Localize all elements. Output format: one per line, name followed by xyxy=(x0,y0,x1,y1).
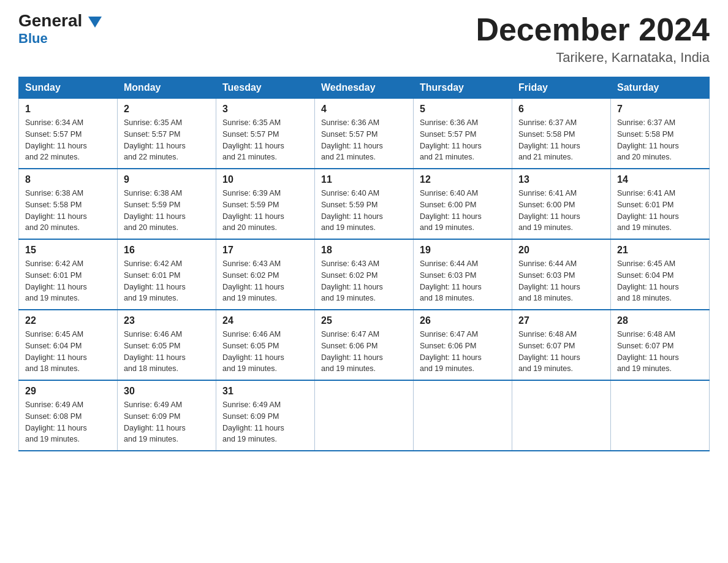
calendar-week-5: 29 Sunrise: 6:49 AMSunset: 6:08 PMDaylig… xyxy=(19,380,710,451)
day-number: 30 xyxy=(124,386,210,397)
day-number: 5 xyxy=(420,104,506,115)
day-number: 25 xyxy=(321,315,407,326)
logo-general: General xyxy=(18,12,102,29)
day-info: Sunrise: 6:41 AMSunset: 6:01 PMDaylight:… xyxy=(617,189,679,232)
calendar-header-row: Sunday Monday Tuesday Wednesday Thursday… xyxy=(19,77,710,99)
header-friday: Friday xyxy=(512,77,611,99)
logo: General Blue xyxy=(18,12,102,47)
day-info: Sunrise: 6:43 AMSunset: 6:02 PMDaylight:… xyxy=(321,259,383,302)
calendar-cell: 3 Sunrise: 6:35 AMSunset: 5:57 PMDayligh… xyxy=(216,99,315,169)
day-info: Sunrise: 6:38 AMSunset: 5:58 PMDaylight:… xyxy=(25,189,87,232)
day-number: 26 xyxy=(420,315,506,326)
day-info: Sunrise: 6:40 AMSunset: 6:00 PMDaylight:… xyxy=(420,189,482,232)
day-number: 7 xyxy=(617,104,703,115)
svg-marker-0 xyxy=(88,17,102,28)
day-number: 9 xyxy=(124,174,210,185)
calendar-cell: 11 Sunrise: 6:40 AMSunset: 5:59 PMDaylig… xyxy=(315,169,414,239)
calendar-cell: 9 Sunrise: 6:38 AMSunset: 5:59 PMDayligh… xyxy=(118,169,216,239)
day-number: 18 xyxy=(321,245,407,256)
title-block: December 2024 Tarikere, Karnataka, India xyxy=(476,12,710,66)
calendar-cell: 10 Sunrise: 6:39 AMSunset: 5:59 PMDaylig… xyxy=(216,169,315,239)
calendar-cell: 22 Sunrise: 6:45 AMSunset: 6:04 PMDaylig… xyxy=(19,310,118,380)
calendar-cell: 2 Sunrise: 6:35 AMSunset: 5:57 PMDayligh… xyxy=(118,99,216,169)
calendar-cell: 15 Sunrise: 6:42 AMSunset: 6:01 PMDaylig… xyxy=(19,239,118,310)
calendar-cell: 26 Sunrise: 6:47 AMSunset: 6:06 PMDaylig… xyxy=(414,310,512,380)
calendar-cell: 18 Sunrise: 6:43 AMSunset: 6:02 PMDaylig… xyxy=(315,239,414,310)
calendar-cell: 13 Sunrise: 6:41 AMSunset: 6:00 PMDaylig… xyxy=(512,169,611,239)
calendar-week-2: 8 Sunrise: 6:38 AMSunset: 5:58 PMDayligh… xyxy=(19,169,710,239)
day-info: Sunrise: 6:48 AMSunset: 6:07 PMDaylight:… xyxy=(518,330,580,373)
calendar-cell: 24 Sunrise: 6:46 AMSunset: 6:05 PMDaylig… xyxy=(216,310,315,380)
calendar-cell xyxy=(414,380,512,451)
calendar-cell: 12 Sunrise: 6:40 AMSunset: 6:00 PMDaylig… xyxy=(414,169,512,239)
header-saturday: Saturday xyxy=(611,77,710,99)
calendar-cell: 31 Sunrise: 6:49 AMSunset: 6:09 PMDaylig… xyxy=(216,380,315,451)
calendar-cell: 30 Sunrise: 6:49 AMSunset: 6:09 PMDaylig… xyxy=(118,380,216,451)
day-number: 29 xyxy=(25,386,111,397)
header-thursday: Thursday xyxy=(414,77,512,99)
day-number: 24 xyxy=(222,315,308,326)
day-info: Sunrise: 6:39 AMSunset: 5:59 PMDaylight:… xyxy=(222,189,284,232)
day-info: Sunrise: 6:44 AMSunset: 6:03 PMDaylight:… xyxy=(518,259,580,302)
calendar-cell: 1 Sunrise: 6:34 AMSunset: 5:57 PMDayligh… xyxy=(19,99,118,169)
day-info: Sunrise: 6:35 AMSunset: 5:57 PMDaylight:… xyxy=(222,118,284,161)
calendar-week-1: 1 Sunrise: 6:34 AMSunset: 5:57 PMDayligh… xyxy=(19,99,710,169)
day-info: Sunrise: 6:34 AMSunset: 5:57 PMDaylight:… xyxy=(25,118,87,161)
day-info: Sunrise: 6:43 AMSunset: 6:02 PMDaylight:… xyxy=(222,259,284,302)
day-number: 16 xyxy=(124,245,210,256)
calendar-cell: 14 Sunrise: 6:41 AMSunset: 6:01 PMDaylig… xyxy=(611,169,710,239)
day-info: Sunrise: 6:49 AMSunset: 6:09 PMDaylight:… xyxy=(124,400,186,443)
day-number: 28 xyxy=(617,315,703,326)
day-number: 22 xyxy=(25,315,111,326)
day-info: Sunrise: 6:48 AMSunset: 6:07 PMDaylight:… xyxy=(617,330,679,373)
day-number: 20 xyxy=(518,245,604,256)
calendar-cell: 7 Sunrise: 6:37 AMSunset: 5:58 PMDayligh… xyxy=(611,99,710,169)
calendar-cell xyxy=(611,380,710,451)
day-number: 10 xyxy=(222,174,308,185)
calendar-cell: 6 Sunrise: 6:37 AMSunset: 5:58 PMDayligh… xyxy=(512,99,611,169)
day-info: Sunrise: 6:44 AMSunset: 6:03 PMDaylight:… xyxy=(420,259,482,302)
calendar-cell: 25 Sunrise: 6:47 AMSunset: 6:06 PMDaylig… xyxy=(315,310,414,380)
day-info: Sunrise: 6:46 AMSunset: 6:05 PMDaylight:… xyxy=(222,330,284,373)
day-info: Sunrise: 6:41 AMSunset: 6:00 PMDaylight:… xyxy=(518,189,580,232)
day-info: Sunrise: 6:49 AMSunset: 6:09 PMDaylight:… xyxy=(222,400,284,443)
header-monday: Monday xyxy=(118,77,216,99)
calendar-cell: 28 Sunrise: 6:48 AMSunset: 6:07 PMDaylig… xyxy=(611,310,710,380)
calendar-week-4: 22 Sunrise: 6:45 AMSunset: 6:04 PMDaylig… xyxy=(19,310,710,380)
day-number: 2 xyxy=(124,104,210,115)
day-info: Sunrise: 6:42 AMSunset: 6:01 PMDaylight:… xyxy=(124,259,186,302)
day-info: Sunrise: 6:47 AMSunset: 6:06 PMDaylight:… xyxy=(321,330,383,373)
calendar-cell xyxy=(315,380,414,451)
day-number: 31 xyxy=(222,386,308,397)
calendar-table: Sunday Monday Tuesday Wednesday Thursday… xyxy=(18,77,710,451)
day-number: 12 xyxy=(420,174,506,185)
day-number: 11 xyxy=(321,174,407,185)
day-number: 21 xyxy=(617,245,703,256)
day-info: Sunrise: 6:40 AMSunset: 5:59 PMDaylight:… xyxy=(321,189,383,232)
calendar-cell: 29 Sunrise: 6:49 AMSunset: 6:08 PMDaylig… xyxy=(19,380,118,451)
calendar-cell: 4 Sunrise: 6:36 AMSunset: 5:57 PMDayligh… xyxy=(315,99,414,169)
day-number: 4 xyxy=(321,104,407,115)
calendar-cell: 21 Sunrise: 6:45 AMSunset: 6:04 PMDaylig… xyxy=(611,239,710,310)
calendar-cell: 23 Sunrise: 6:46 AMSunset: 6:05 PMDaylig… xyxy=(118,310,216,380)
day-number: 8 xyxy=(25,174,111,185)
day-info: Sunrise: 6:47 AMSunset: 6:06 PMDaylight:… xyxy=(420,330,482,373)
calendar-cell: 20 Sunrise: 6:44 AMSunset: 6:03 PMDaylig… xyxy=(512,239,611,310)
day-info: Sunrise: 6:46 AMSunset: 6:05 PMDaylight:… xyxy=(124,330,186,373)
day-info: Sunrise: 6:36 AMSunset: 5:57 PMDaylight:… xyxy=(321,118,383,161)
day-number: 15 xyxy=(25,245,111,256)
day-number: 3 xyxy=(222,104,308,115)
month-title: December 2024 xyxy=(476,12,710,47)
calendar-week-3: 15 Sunrise: 6:42 AMSunset: 6:01 PMDaylig… xyxy=(19,239,710,310)
header-sunday: Sunday xyxy=(19,77,118,99)
day-number: 14 xyxy=(617,174,703,185)
header-wednesday: Wednesday xyxy=(315,77,414,99)
day-info: Sunrise: 6:45 AMSunset: 6:04 PMDaylight:… xyxy=(25,330,87,373)
day-number: 13 xyxy=(518,174,604,185)
calendar-cell: 27 Sunrise: 6:48 AMSunset: 6:07 PMDaylig… xyxy=(512,310,611,380)
day-info: Sunrise: 6:36 AMSunset: 5:57 PMDaylight:… xyxy=(420,118,482,161)
day-number: 1 xyxy=(25,104,111,115)
day-info: Sunrise: 6:49 AMSunset: 6:08 PMDaylight:… xyxy=(25,400,87,443)
header-tuesday: Tuesday xyxy=(216,77,315,99)
day-number: 19 xyxy=(420,245,506,256)
